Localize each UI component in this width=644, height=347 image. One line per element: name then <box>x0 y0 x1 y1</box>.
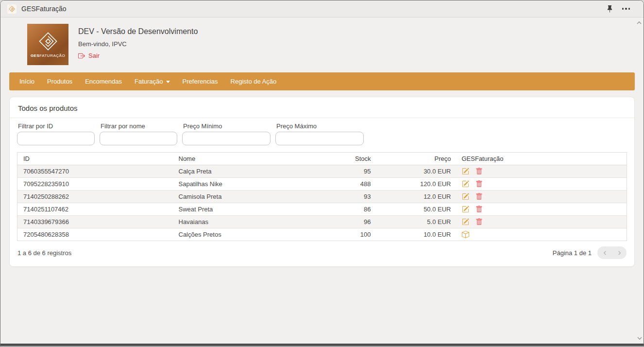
filters-row: Filtrar por ID Filtrar por nome Preço Mí… <box>17 118 627 145</box>
more-options-icon[interactable] <box>622 8 630 10</box>
cell-preco: 30.0 EUR <box>377 165 457 178</box>
cell-preco: 10.0 EUR <box>377 228 457 241</box>
chevron-up-icon <box>637 20 642 25</box>
table-row: 7060355547270 Calça Preta 95 30.0 EUR <box>17 165 627 178</box>
table-footer: 1 a 6 de 6 registros Página 1 de 1 <box>17 241 627 266</box>
nav-item-produtos[interactable]: Produtos <box>41 72 79 90</box>
scroll-down-arrow[interactable] <box>637 336 642 341</box>
edit-icon[interactable] <box>462 218 469 226</box>
app-favicon-icon <box>7 4 17 14</box>
nav-item-faturacao[interactable]: Faturação <box>128 72 176 90</box>
table-row: 7140250288262 Camisola Preta 93 12.0 EUR <box>17 191 627 203</box>
box-seam-icon[interactable] <box>462 231 469 238</box>
table-row: 7095228235910 Sapatilhas Nike 488 120.0 … <box>17 178 627 191</box>
nav-item-preferencias[interactable]: Preferencias <box>176 72 224 90</box>
trash-icon[interactable] <box>475 218 483 226</box>
window-title: GESFaturação <box>21 5 67 13</box>
nav-item-registo-de-acao[interactable]: Registo de Ação <box>224 72 283 90</box>
cell-id: 7205480628358 <box>17 228 173 241</box>
filter-preco-minimo-input[interactable] <box>182 132 271 145</box>
edit-icon[interactable] <box>462 193 469 200</box>
logout-button[interactable]: Sair <box>78 52 100 59</box>
column-header-stock: Stock <box>333 153 377 165</box>
page-content: GESFATURAÇÃO DEV - Versão de Desenvolvim… <box>0 17 644 344</box>
cell-nome: Sapatilhas Nike <box>173 178 333 191</box>
cell-id: 7140339679366 <box>17 216 173 228</box>
table-row: 7140251107462 Sweat Preta 86 50.0 EUR <box>17 203 627 216</box>
products-panel: Todos os produtos Filtrar por ID Filtrar… <box>9 97 635 267</box>
cell-preco: 5.0 EUR <box>377 216 457 228</box>
titlebar: GESFaturação <box>0 0 644 17</box>
window-bottom-edge <box>0 344 644 346</box>
cell-stock: 95 <box>333 165 377 178</box>
cell-stock: 93 <box>333 191 377 203</box>
nav-item-inicio[interactable]: Início <box>13 72 41 90</box>
trash-icon[interactable] <box>475 168 483 175</box>
pagination <box>597 246 627 259</box>
next-page-button[interactable] <box>612 246 627 259</box>
column-header-preco: Preço <box>377 153 457 165</box>
filter-id-label: Filtrar por ID <box>18 122 95 130</box>
cell-nome: Calções Pretos <box>173 228 333 241</box>
chevron-left-icon <box>603 251 607 255</box>
filter-id: Filtrar por ID <box>17 122 95 145</box>
cell-nome: Camisola Preta <box>173 191 333 203</box>
filter-preco-maximo-input[interactable] <box>275 132 364 145</box>
panel-title: Todos os produtos <box>17 97 627 118</box>
filter-id-input[interactable] <box>17 132 95 145</box>
gesfaturacao-logo: GESFATURAÇÃO <box>27 24 68 65</box>
chevron-right-icon <box>617 251 622 255</box>
nav-item-encomendas[interactable]: Encomendas <box>79 72 128 90</box>
welcome-text: Bem-vindo, IPVC <box>78 40 198 48</box>
cell-nome: Havaianas <box>173 216 333 228</box>
filter-nome: Filtrar por nome <box>100 122 177 145</box>
cell-stock: 96 <box>333 216 377 228</box>
filter-nome-input[interactable] <box>100 132 177 145</box>
previous-page-button[interactable] <box>597 246 612 259</box>
environment-title: DEV - Versão de Desenvolvimento <box>78 27 198 36</box>
logout-label: Sair <box>88 52 100 59</box>
table-header-row: ID Nome Stock Preço GESFaturação <box>17 153 627 165</box>
table-row: 7140339679366 Havaianas 96 5.0 EUR <box>17 216 627 228</box>
edit-icon[interactable] <box>462 206 469 213</box>
cell-stock: 86 <box>333 203 377 216</box>
pin-icon[interactable] <box>606 5 613 13</box>
column-header-nome: Nome <box>173 153 333 165</box>
cell-id: 7140250288262 <box>17 191 173 203</box>
cell-nome: Sweat Preta <box>173 203 333 216</box>
diamond-logo-icon <box>38 31 58 52</box>
cell-id: 7140251107462 <box>17 203 173 216</box>
cell-id: 7060355547270 <box>17 165 173 178</box>
cell-preco: 50.0 EUR <box>377 203 457 216</box>
chevron-down-icon <box>166 81 170 83</box>
scroll-up-arrow[interactable] <box>637 20 642 25</box>
app-window: GESFaturação GESFATURAÇÃO DEV - Versão d… <box>0 0 644 347</box>
cell-nome: Calça Preta <box>173 165 333 178</box>
records-count: 1 a 6 de 6 registros <box>17 249 71 257</box>
page-indicator: Página 1 de 1 <box>553 249 592 257</box>
cell-stock: 100 <box>333 228 377 241</box>
column-header-gesfaturacao: GESFaturação <box>457 153 627 165</box>
cell-id: 7095228235910 <box>17 178 173 191</box>
edit-icon[interactable] <box>462 168 469 175</box>
filter-nome-label: Filtrar por nome <box>101 122 177 130</box>
filter-preco-maximo: Preço Máximo <box>275 122 364 145</box>
cell-preco: 120.0 EUR <box>377 178 457 191</box>
trash-icon[interactable] <box>475 180 483 188</box>
logo-wordmark: GESFATURAÇÃO <box>31 53 65 58</box>
products-table: ID Nome Stock Preço GESFaturação 7060355… <box>17 152 627 241</box>
filter-preco-maximo-label: Preço Máximo <box>276 122 364 130</box>
trash-icon[interactable] <box>475 193 483 200</box>
app-header: GESFATURAÇÃO DEV - Versão de Desenvolvim… <box>0 17 644 65</box>
chevron-down-icon <box>637 336 642 341</box>
filter-preco-minimo-label: Preço Mínimo <box>183 122 271 130</box>
edit-icon[interactable] <box>462 180 469 188</box>
main-nav: Início Produtos Encomendas Faturação Pre… <box>9 72 635 90</box>
logout-icon <box>78 52 85 59</box>
table-row: 7205480628358 Calções Pretos 100 10.0 EU… <box>17 228 627 241</box>
trash-icon[interactable] <box>475 206 483 213</box>
filter-preco-minimo: Preço Mínimo <box>182 122 271 145</box>
column-header-id: ID <box>17 153 173 165</box>
cell-stock: 488 <box>333 178 377 191</box>
cell-preco: 12.0 EUR <box>377 191 457 203</box>
